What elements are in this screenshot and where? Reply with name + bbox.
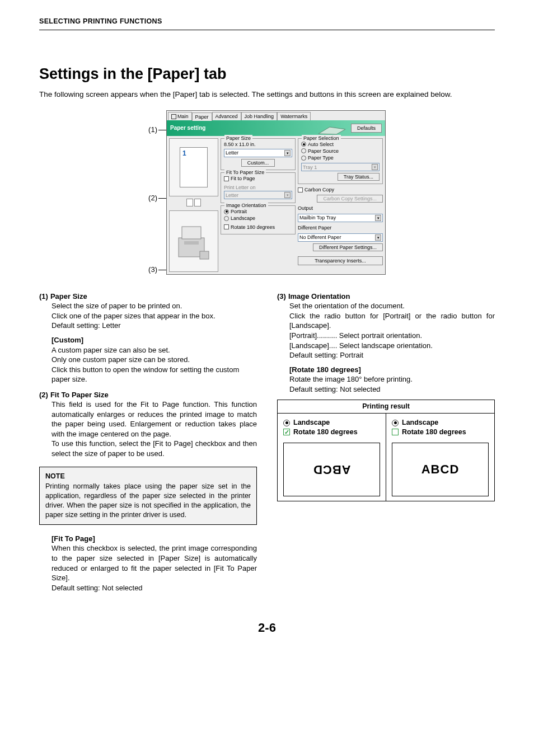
radio-icon (392, 420, 399, 426)
chevron-down-icon: ▾ (284, 192, 291, 198)
note-body: Printing normally takes place using the … (45, 482, 251, 520)
group-fit-to: Fit To Paper Size Fit to Page Print Lett… (221, 172, 296, 203)
group-paper-size: Paper Size 8.50 x 11.0 in. Letter▾ Custo… (221, 138, 296, 170)
callout-3: (3) (148, 265, 157, 274)
s2-num: (2) (39, 390, 48, 400)
carbon-copy-checkbox[interactable] (298, 187, 303, 192)
svg-marker-0 (318, 127, 345, 134)
s3-p3: [Portrait].......... Select portrait ori… (289, 331, 495, 341)
svg-rect-2 (182, 227, 201, 239)
tray-select: Tray 1▾ (301, 163, 380, 171)
s2b-title: [Fit To Page] (51, 534, 257, 544)
paper-type-radio[interactable] (301, 156, 306, 161)
custom-button[interactable]: Custom... (241, 159, 275, 167)
s3-title: Image Orientation (288, 292, 350, 302)
chevron-down-icon: ▾ (284, 150, 291, 156)
note-box: NOTE Printing normally takes place using… (39, 467, 257, 525)
carbon-copy-settings-button: Carbon Copy Settings... (317, 195, 383, 203)
screenshot-wrapper: (1) (2) (3) Main Paper Advanced Job Hand… (39, 110, 495, 275)
page-title: Settings in the [Paper] tab (39, 64, 495, 84)
pr-rotate-1: Rotate 180 degrees (293, 428, 358, 437)
group-title-papersel: Paper Selection (302, 135, 341, 142)
paper-type-label: Paper Type (308, 154, 334, 161)
paper-source-radio[interactable] (301, 148, 306, 153)
s1-custom: [Custom] (51, 335, 257, 345)
s3-r1: Rotate the image 180° before printing. (289, 374, 495, 384)
duplex-icon (169, 199, 218, 208)
s2-p1: This field is used for the Fit to Page f… (51, 400, 257, 439)
pr-title: Printing result (278, 400, 494, 414)
different-paper-settings-button[interactable]: Different Paper Settings... (313, 243, 383, 251)
s1-c1: A custom paper size can also be set. (51, 345, 257, 355)
paper-source-label: Paper Source (308, 148, 339, 154)
s1-num: (1) (39, 292, 48, 302)
s3-r2: Default setting: Not selected (289, 384, 495, 395)
note-title: NOTE (45, 472, 251, 481)
tab-job-handling[interactable]: Job Handling (241, 112, 278, 120)
s2-title: Fit To Paper Size (50, 390, 109, 400)
different-paper-select[interactable]: No Different Paper▾ (298, 233, 383, 242)
different-paper-label: Different Paper (298, 224, 383, 231)
portrait-label: Portrait (231, 208, 247, 215)
auto-select-radio[interactable] (301, 142, 306, 147)
s3-rot: [Rotate 180 degrees] (289, 365, 495, 375)
page-icon (171, 114, 176, 119)
page-number: 2-6 (39, 619, 495, 636)
s3-num: (3) (277, 292, 286, 302)
tray-status-button[interactable]: Tray Status... (338, 173, 380, 181)
tab-paper[interactable]: Paper (192, 112, 212, 121)
pr-landscape-2: Landscape (402, 418, 438, 428)
s2-p2: To use this function, select the [Fit to… (51, 439, 257, 458)
output-select[interactable]: Mailbin Top Tray▾ (298, 214, 383, 222)
printing-result-table: Printing result Landscape ✓Rotate 180 de… (277, 400, 495, 501)
paper-dim-label: 8.50 x 11.0 in. (224, 141, 292, 148)
group-title-orient: Image Orientation (224, 202, 268, 209)
checkbox-unchecked-icon: ✓ (392, 429, 399, 435)
tab-watermarks[interactable]: Watermarks (277, 112, 311, 120)
pr-box-normal: ABCD (392, 443, 489, 496)
printer-preview (169, 210, 218, 272)
landscape-label: Landscape (231, 215, 255, 222)
portrait-radio[interactable] (224, 209, 229, 214)
pr-rotate-2: Rotate 180 degrees (402, 428, 466, 437)
carbon-copy-label: Carbon Copy (305, 186, 334, 193)
group-paper-selection: Paper Selection Auto Select Paper Source… (298, 138, 383, 185)
s1-p3: Default setting: Letter (51, 321, 257, 331)
svg-rect-3 (184, 241, 199, 245)
landscape-radio[interactable] (224, 216, 229, 221)
s1-c3: Click this button to open the window for… (51, 365, 257, 384)
callout-2: (2) (148, 194, 157, 202)
bar-title: Paper setting (170, 124, 205, 132)
s1-p2: Click one of the paper sizes that appear… (51, 311, 257, 321)
fit-to-page-checkbox[interactable] (224, 176, 229, 181)
chevron-down-icon: ▾ (375, 215, 381, 221)
transparency-inserts-button[interactable]: Transparency Inserts... (298, 256, 383, 265)
auto-select-label: Auto Select (308, 141, 334, 148)
rotate-label: Rotate 180 degrees (231, 224, 275, 231)
fit-to-page-label: Fit to Page (231, 175, 255, 182)
s2b-p1: When this checkbox is selected, the prin… (51, 543, 257, 583)
chevron-down-icon: ▾ (372, 164, 378, 170)
s3-p2: Click the radio button for [Portrait] or… (289, 311, 495, 331)
page-preview: 1 (169, 138, 218, 196)
callouts: (1) (2) (3) (148, 110, 166, 275)
preview-page-number: 1 (182, 149, 186, 158)
s3-p1: Set the orientation of the document. (289, 301, 495, 311)
radio-icon (283, 420, 290, 426)
group-title-paper-size: Paper Size (224, 135, 252, 142)
printer-icon (317, 121, 348, 135)
s3-p5: Default setting: Portrait (289, 350, 495, 360)
title-bar: Paper setting Defaults (167, 120, 385, 136)
paper-size-select[interactable]: Letter▾ (224, 149, 292, 157)
checkbox-checked-icon: ✓ (283, 429, 290, 435)
fit-msg: Print Letter on (224, 184, 292, 191)
svg-rect-4 (200, 251, 209, 259)
s2b-p2: Default setting: Not selected (51, 583, 257, 593)
callout-1: (1) (148, 125, 157, 134)
pr-box-rotated: ABCD (283, 443, 380, 496)
rotate-checkbox[interactable] (224, 224, 229, 229)
tab-main[interactable]: Main (168, 112, 192, 120)
intro-text: The following screen appears when the [P… (39, 90, 495, 100)
defaults-button[interactable]: Defaults (351, 124, 382, 133)
tab-advanced[interactable]: Advanced (212, 112, 241, 120)
